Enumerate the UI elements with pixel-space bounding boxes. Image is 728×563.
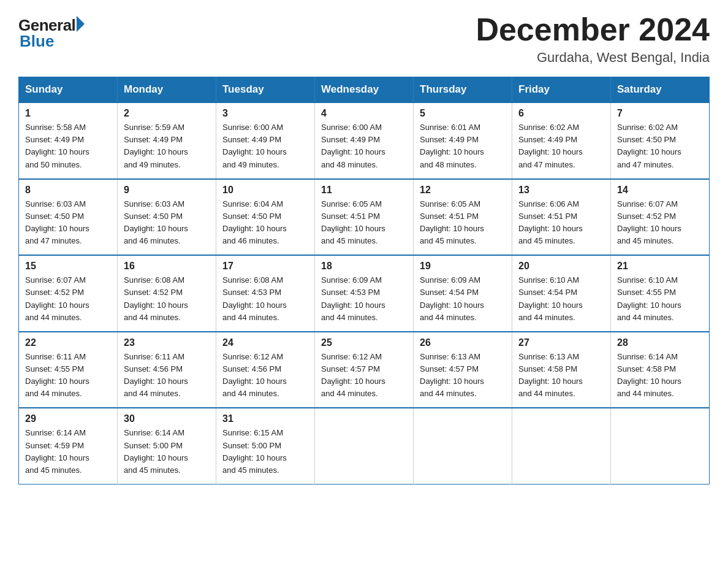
- day-info: Sunrise: 6:00 AMSunset: 4:49 PMDaylight:…: [222, 121, 309, 171]
- day-number: 19: [420, 261, 507, 272]
- day-number: 17: [222, 261, 309, 272]
- day-number: 27: [518, 337, 605, 348]
- day-number: 16: [124, 261, 211, 272]
- day-info: Sunrise: 5:58 AMSunset: 4:49 PMDaylight:…: [25, 121, 112, 171]
- logo[interactable]: General Blue: [18, 17, 85, 49]
- logo-arrow-icon: [77, 16, 85, 32]
- location-subtitle: Gurdaha, West Bengal, India: [476, 50, 710, 66]
- day-info: Sunrise: 6:14 AMSunset: 5:00 PMDaylight:…: [124, 427, 211, 477]
- month-title: December 2024: [476, 12, 710, 47]
- day-number: 2: [124, 108, 211, 119]
- calendar-cell: [611, 408, 710, 484]
- logo-text-general: General: [18, 17, 75, 33]
- calendar-cell: [315, 408, 414, 484]
- day-number: 4: [321, 108, 408, 119]
- day-info: Sunrise: 6:08 AMSunset: 4:52 PMDaylight:…: [124, 274, 211, 324]
- day-info: Sunrise: 6:04 AMSunset: 4:50 PMDaylight:…: [222, 198, 309, 248]
- calendar-body: 1Sunrise: 5:58 AMSunset: 4:49 PMDaylight…: [19, 102, 710, 484]
- day-info: Sunrise: 6:11 AMSunset: 4:56 PMDaylight:…: [124, 351, 211, 400]
- calendar-cell: 27Sunrise: 6:13 AMSunset: 4:58 PMDayligh…: [512, 332, 611, 408]
- weekday-header-wednesday: Wednesday: [315, 77, 414, 103]
- calendar-cell: 21Sunrise: 6:10 AMSunset: 4:55 PMDayligh…: [611, 255, 710, 332]
- calendar-week-row: 1Sunrise: 5:58 AMSunset: 4:49 PMDaylight…: [19, 102, 710, 179]
- day-info: Sunrise: 6:02 AMSunset: 4:50 PMDaylight:…: [617, 121, 704, 171]
- calendar-cell: 19Sunrise: 6:09 AMSunset: 4:54 PMDayligh…: [414, 255, 512, 332]
- day-number: 21: [617, 261, 704, 272]
- weekday-row: SundayMondayTuesdayWednesdayThursdayFrid…: [19, 77, 710, 103]
- day-info: Sunrise: 6:07 AMSunset: 4:52 PMDaylight:…: [617, 198, 704, 248]
- day-number: 30: [124, 413, 211, 424]
- day-info: Sunrise: 6:14 AMSunset: 4:58 PMDaylight:…: [617, 351, 704, 400]
- calendar-week-row: 8Sunrise: 6:03 AMSunset: 4:50 PMDaylight…: [19, 179, 710, 256]
- day-info: Sunrise: 6:13 AMSunset: 4:58 PMDaylight:…: [518, 351, 605, 400]
- day-info: Sunrise: 6:03 AMSunset: 4:50 PMDaylight:…: [25, 198, 112, 248]
- page-header: General Blue December 2024 Gurdaha, West…: [18, 12, 710, 66]
- day-info: Sunrise: 6:09 AMSunset: 4:54 PMDaylight:…: [420, 274, 507, 324]
- day-info: Sunrise: 6:02 AMSunset: 4:49 PMDaylight:…: [518, 121, 605, 171]
- day-info: Sunrise: 6:05 AMSunset: 4:51 PMDaylight:…: [420, 198, 507, 248]
- day-number: 28: [617, 337, 704, 348]
- day-number: 29: [25, 413, 112, 424]
- day-number: 7: [617, 108, 704, 119]
- calendar-cell: 10Sunrise: 6:04 AMSunset: 4:50 PMDayligh…: [216, 179, 315, 256]
- calendar-header: SundayMondayTuesdayWednesdayThursdayFrid…: [19, 77, 710, 103]
- weekday-header-sunday: Sunday: [19, 77, 118, 103]
- calendar-cell: 4Sunrise: 6:00 AMSunset: 4:49 PMDaylight…: [315, 102, 414, 179]
- calendar-cell: 24Sunrise: 6:12 AMSunset: 4:56 PMDayligh…: [216, 332, 315, 408]
- weekday-header-thursday: Thursday: [414, 77, 512, 103]
- calendar-cell: 11Sunrise: 6:05 AMSunset: 4:51 PMDayligh…: [315, 179, 414, 256]
- day-number: 15: [25, 261, 112, 272]
- logo-text-blue: Blue: [20, 33, 85, 49]
- weekday-header-saturday: Saturday: [611, 77, 710, 103]
- day-number: 5: [420, 108, 507, 119]
- calendar-cell: 1Sunrise: 5:58 AMSunset: 4:49 PMDaylight…: [19, 102, 118, 179]
- day-number: 22: [25, 337, 112, 348]
- day-info: Sunrise: 6:01 AMSunset: 4:49 PMDaylight:…: [420, 121, 507, 171]
- calendar-cell: 12Sunrise: 6:05 AMSunset: 4:51 PMDayligh…: [414, 179, 512, 256]
- calendar-cell: 8Sunrise: 6:03 AMSunset: 4:50 PMDaylight…: [19, 179, 118, 256]
- day-number: 3: [222, 108, 309, 119]
- day-info: Sunrise: 6:05 AMSunset: 4:51 PMDaylight:…: [321, 198, 408, 248]
- calendar-cell: 3Sunrise: 6:00 AMSunset: 4:49 PMDaylight…: [216, 102, 315, 179]
- day-info: Sunrise: 5:59 AMSunset: 4:49 PMDaylight:…: [124, 121, 211, 171]
- calendar-cell: 6Sunrise: 6:02 AMSunset: 4:49 PMDaylight…: [512, 102, 611, 179]
- day-info: Sunrise: 6:00 AMSunset: 4:49 PMDaylight:…: [321, 121, 408, 171]
- calendar-cell: 31Sunrise: 6:15 AMSunset: 5:00 PMDayligh…: [216, 408, 315, 484]
- calendar-cell: 25Sunrise: 6:12 AMSunset: 4:57 PMDayligh…: [315, 332, 414, 408]
- day-info: Sunrise: 6:13 AMSunset: 4:57 PMDaylight:…: [420, 351, 507, 400]
- calendar-cell: 13Sunrise: 6:06 AMSunset: 4:51 PMDayligh…: [512, 179, 611, 256]
- calendar-cell: 23Sunrise: 6:11 AMSunset: 4:56 PMDayligh…: [118, 332, 216, 408]
- day-number: 8: [25, 185, 112, 196]
- calendar-week-row: 15Sunrise: 6:07 AMSunset: 4:52 PMDayligh…: [19, 255, 710, 332]
- day-number: 11: [321, 185, 408, 196]
- day-info: Sunrise: 6:12 AMSunset: 4:56 PMDaylight:…: [222, 351, 309, 400]
- calendar-cell: 5Sunrise: 6:01 AMSunset: 4:49 PMDaylight…: [414, 102, 512, 179]
- weekday-header-tuesday: Tuesday: [216, 77, 315, 103]
- calendar-cell: 2Sunrise: 5:59 AMSunset: 4:49 PMDaylight…: [118, 102, 216, 179]
- calendar-cell: [414, 408, 512, 484]
- day-number: 18: [321, 261, 408, 272]
- day-number: 25: [321, 337, 408, 348]
- day-number: 23: [124, 337, 211, 348]
- day-info: Sunrise: 6:08 AMSunset: 4:53 PMDaylight:…: [222, 274, 309, 324]
- calendar-cell: 15Sunrise: 6:07 AMSunset: 4:52 PMDayligh…: [19, 255, 118, 332]
- day-number: 31: [222, 413, 309, 424]
- day-info: Sunrise: 6:14 AMSunset: 4:59 PMDaylight:…: [25, 427, 112, 477]
- day-info: Sunrise: 6:11 AMSunset: 4:55 PMDaylight:…: [25, 351, 112, 400]
- day-number: 24: [222, 337, 309, 348]
- day-info: Sunrise: 6:10 AMSunset: 4:54 PMDaylight:…: [518, 274, 605, 324]
- day-number: 14: [617, 185, 704, 196]
- day-info: Sunrise: 6:12 AMSunset: 4:57 PMDaylight:…: [321, 351, 408, 400]
- calendar-cell: 29Sunrise: 6:14 AMSunset: 4:59 PMDayligh…: [19, 408, 118, 484]
- day-info: Sunrise: 6:09 AMSunset: 4:53 PMDaylight:…: [321, 274, 408, 324]
- day-number: 1: [25, 108, 112, 119]
- calendar-cell: 7Sunrise: 6:02 AMSunset: 4:50 PMDaylight…: [611, 102, 710, 179]
- day-info: Sunrise: 6:03 AMSunset: 4:50 PMDaylight:…: [124, 198, 211, 248]
- day-number: 6: [518, 108, 605, 119]
- day-info: Sunrise: 6:07 AMSunset: 4:52 PMDaylight:…: [25, 274, 112, 324]
- day-info: Sunrise: 6:06 AMSunset: 4:51 PMDaylight:…: [518, 198, 605, 248]
- calendar-cell: 18Sunrise: 6:09 AMSunset: 4:53 PMDayligh…: [315, 255, 414, 332]
- calendar-cell: 14Sunrise: 6:07 AMSunset: 4:52 PMDayligh…: [611, 179, 710, 256]
- calendar-cell: 20Sunrise: 6:10 AMSunset: 4:54 PMDayligh…: [512, 255, 611, 332]
- calendar-cell: 26Sunrise: 6:13 AMSunset: 4:57 PMDayligh…: [414, 332, 512, 408]
